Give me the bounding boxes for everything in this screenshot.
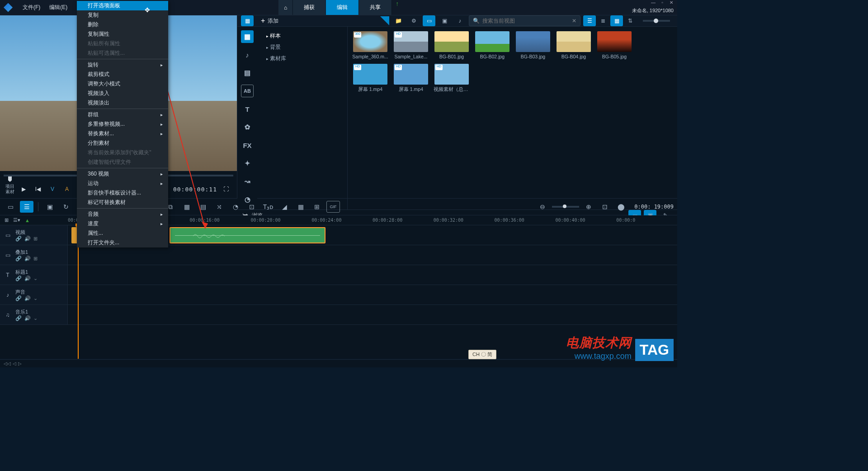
- upload-icon[interactable]: ↑: [396, 0, 399, 15]
- filter-video-icon[interactable]: ▭: [423, 15, 435, 26]
- ctx-item[interactable]: 旋转: [77, 60, 168, 70]
- va-a[interactable]: A: [61, 184, 72, 195]
- track-body[interactable]: [68, 285, 677, 304]
- track-link-icon[interactable]: 🔗: [15, 295, 22, 301]
- ctx-item[interactable]: 360 视频: [77, 169, 168, 179]
- library-thumb[interactable]: HD视频素材（总）....: [434, 64, 470, 93]
- search-input[interactable]: [482, 18, 569, 24]
- library-thumb[interactable]: HD屏幕 1.mp4: [393, 64, 429, 93]
- ctx-item[interactable]: 复制属性: [77, 29, 168, 39]
- zoom-in-icon[interactable]: ⊕: [582, 201, 595, 213]
- track-header[interactable]: ♪ 声音 🔗 🔊 ⌄: [0, 285, 68, 304]
- ctx-item[interactable]: 分割素材: [77, 138, 168, 148]
- library-thumb[interactable]: HD屏幕 1.mp4: [352, 64, 388, 93]
- track-mute-icon[interactable]: 🔊: [24, 236, 31, 242]
- sort-icon[interactable]: ⇅: [624, 15, 637, 26]
- folder-open-icon[interactable]: 📁: [392, 15, 405, 26]
- ctx-item[interactable]: 视频淡出: [77, 98, 168, 108]
- ctx-item[interactable]: 打开文件夹...: [77, 238, 168, 247]
- menu-file[interactable]: 文件(F): [18, 4, 45, 11]
- track-header[interactable]: ♫ 音乐1 🔗 🔊 ⌄: [0, 305, 68, 324]
- track-link-icon[interactable]: 🔗: [15, 256, 22, 262]
- add-button[interactable]: 添加: [256, 16, 283, 26]
- ctx-item[interactable]: 多重修整视频...: [77, 119, 168, 129]
- ctx-item[interactable]: 标记可替换素材: [77, 198, 168, 207]
- ctx-item[interactable]: 替换素材...: [77, 129, 168, 138]
- tool-a-icon[interactable]: ▣: [43, 201, 57, 213]
- library-thumb[interactable]: BG-B01.jpg: [434, 31, 470, 59]
- app-logo-icon[interactable]: [4, 3, 13, 12]
- track-body[interactable]: [68, 305, 677, 324]
- ruler-up-icon[interactable]: ▲: [25, 218, 30, 223]
- preview-timecode[interactable]: 00:00:00:11: [173, 186, 217, 193]
- track-link-icon[interactable]: 🔗: [15, 315, 22, 321]
- cat-title-icon[interactable]: AB: [241, 85, 254, 97]
- tab-share[interactable]: 共享: [359, 0, 392, 15]
- track-link-icon[interactable]: 🔗: [15, 276, 22, 281]
- ctx-item[interactable]: 属性...: [77, 228, 168, 238]
- preview-mode-label[interactable]: 项目 素材: [5, 184, 14, 195]
- audio-clip[interactable]: [170, 227, 326, 243]
- zoom-fit-icon[interactable]: ⊡: [598, 201, 612, 213]
- tool-gif-icon[interactable]: GIF: [326, 201, 340, 213]
- menu-edit[interactable]: 编辑(E): [45, 4, 72, 11]
- track-mute-icon[interactable]: 🔊: [24, 276, 31, 281]
- ctx-item[interactable]: 视频淡入: [77, 89, 168, 98]
- library-search[interactable]: 🔍 ✕: [469, 15, 580, 26]
- tool-3d-icon[interactable]: T₃ᴅ: [261, 201, 275, 213]
- library-thumb[interactable]: BG-B04.jpg: [556, 31, 592, 59]
- library-thumb[interactable]: BG-B03.jpg: [515, 31, 551, 59]
- tool-b-icon[interactable]: ↻: [59, 201, 73, 213]
- ctx-item[interactable]: 删除: [77, 20, 168, 29]
- tree-item-background[interactable]: 背景: [259, 42, 345, 53]
- restore-button[interactable]: ▫: [658, 0, 666, 6]
- cat-transition-icon[interactable]: ▤: [241, 67, 254, 79]
- view-grid-icon[interactable]: ▦: [610, 15, 623, 26]
- ctx-item[interactable]: 调整大小模式: [77, 79, 168, 89]
- library-thumb[interactable]: BG-B05.jpg: [596, 31, 632, 59]
- track-expand-icon[interactable]: ⌄: [33, 276, 38, 281]
- track-expand-icon[interactable]: ⌄: [33, 315, 38, 321]
- cat-text-icon[interactable]: T: [241, 103, 254, 115]
- view-list-icon[interactable]: ☰: [583, 15, 596, 26]
- tool-mask-icon[interactable]: ◢: [278, 201, 291, 213]
- ctx-item[interactable]: 复制: [77, 10, 168, 20]
- view-detail-icon[interactable]: ≣: [597, 15, 609, 26]
- tree-item-library[interactable]: 素材库: [259, 53, 345, 64]
- timeline-view-icon[interactable]: ☰: [20, 201, 33, 213]
- zoom-full-icon[interactable]: ⬤: [614, 201, 628, 213]
- track-header[interactable]: T 标题1 🔗 🔊 ⌄: [0, 265, 68, 285]
- tab-home[interactable]: ⌂: [278, 0, 293, 15]
- tree-item-sample[interactable]: 样本: [259, 30, 345, 42]
- tool-speed-icon[interactable]: ⤭: [212, 201, 226, 213]
- track-expand-icon[interactable]: ⌄: [33, 295, 38, 301]
- zoom-out-icon[interactable]: ⊖: [536, 201, 549, 213]
- scroll-controls[interactable]: ◁◁◁▷: [4, 361, 22, 366]
- lib-media-icon[interactable]: ▦: [241, 15, 254, 26]
- ruler-add-icon[interactable]: ⊞: [5, 217, 9, 223]
- tab-edit[interactable]: 编辑: [326, 0, 359, 15]
- va-v[interactable]: V: [47, 184, 58, 195]
- cat-graphic-icon[interactable]: ✿: [241, 121, 254, 133]
- track-body[interactable]: [68, 265, 677, 285]
- cat-fx-icon[interactable]: FX: [241, 139, 254, 152]
- cat-audio-icon[interactable]: ♪: [241, 48, 254, 61]
- zoom-slider[interactable]: [552, 206, 579, 208]
- timeline-duration[interactable]: 0:00: 19:009: [634, 204, 674, 210]
- minimize-button[interactable]: —: [649, 0, 657, 6]
- ctx-item[interactable]: 群组: [77, 110, 168, 119]
- tool-snap-icon[interactable]: ⊞: [310, 201, 324, 213]
- cat-media-icon[interactable]: ▦: [241, 30, 254, 43]
- play-button[interactable]: ▶: [18, 184, 29, 195]
- track-mute-icon[interactable]: 🔊: [24, 256, 31, 262]
- cat-magic-icon[interactable]: ✦: [241, 157, 254, 170]
- prev-button[interactable]: I◀: [33, 184, 43, 195]
- ctx-item[interactable]: 运动: [77, 179, 168, 188]
- tab-capture[interactable]: 捕获: [293, 0, 326, 15]
- fullscreen-icon[interactable]: ⛶: [221, 184, 231, 195]
- ctx-item[interactable]: 速度: [77, 219, 168, 228]
- library-thumb[interactable]: 360Sample_360.m...: [352, 31, 388, 59]
- track-mute-icon[interactable]: 🔊: [24, 315, 31, 321]
- tool-ungroup-icon[interactable]: ▤: [196, 201, 210, 213]
- ctx-item[interactable]: 裁剪模式: [77, 70, 168, 79]
